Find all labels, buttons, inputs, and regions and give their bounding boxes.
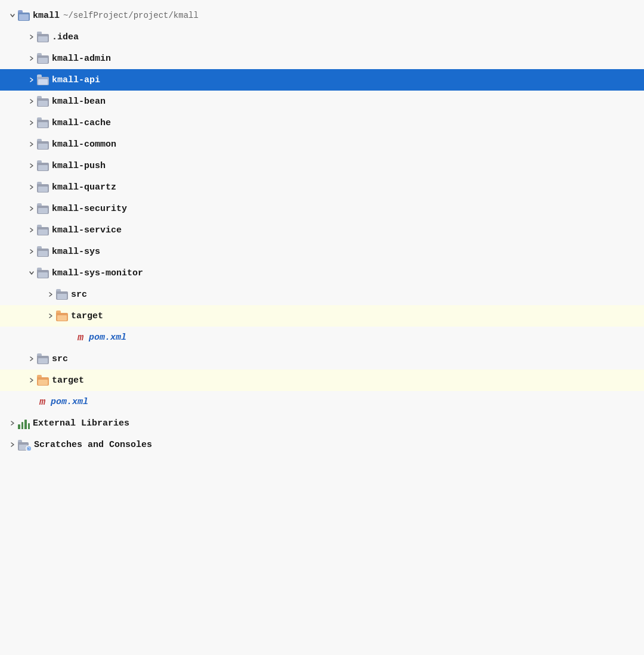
folder-icon: [37, 225, 49, 235]
folder-orange-icon: [37, 375, 49, 386]
chevron-right-icon: [26, 225, 37, 235]
folder-icon: [37, 203, 49, 214]
chevron-right-icon: [45, 311, 56, 321]
chevron-down-icon: [26, 268, 37, 278]
tree-item-kmall-cache[interactable]: kmall-cache: [0, 112, 644, 134]
tree-item-idea[interactable]: .idea: [0, 26, 644, 48]
chevron-right-icon: [26, 74, 37, 85]
folder-icon: [56, 289, 68, 300]
item-label: pom.xml: [89, 333, 126, 343]
item-label: .idea: [52, 32, 79, 42]
folder-icon: [37, 246, 49, 257]
tree-item-kmall-admin[interactable]: kmall-admin: [0, 48, 644, 69]
folder-icon: [37, 32, 49, 42]
tree-item-kmall-api[interactable]: kmall-api: [0, 69, 644, 91]
root-path: ~/selfProject/project/kmall: [63, 11, 199, 20]
tree-item-kmall-push[interactable]: kmall-push: [0, 155, 644, 176]
chevron-right-icon: [26, 353, 37, 364]
folder-icon: [37, 353, 49, 364]
item-label: kmall-common: [52, 139, 116, 150]
item-label: kmall-push: [52, 161, 106, 171]
tree-item-kmall-security[interactable]: kmall-security: [0, 198, 644, 219]
chevron-right-icon: [45, 289, 56, 300]
chevron-right-icon: [26, 53, 37, 64]
project-tree: kmall ~/selfProject/project/kmall .idea: [0, 0, 644, 655]
chevron-right-icon: [26, 96, 37, 107]
tree-item-kmall-common[interactable]: kmall-common: [0, 134, 644, 155]
chevron-right-icon: [26, 246, 37, 257]
chevron-right-icon: [26, 32, 37, 42]
tree-item-pom-inner[interactable]: m pom.xml: [0, 327, 644, 348]
scratches-folder-icon: [18, 439, 31, 451]
tree-item-target-outer[interactable]: target: [0, 370, 644, 391]
chevron-right-icon: [26, 117, 37, 128]
folder-icon: [37, 53, 49, 64]
item-label: target: [52, 375, 84, 386]
item-label: Scratches and Consoles: [34, 440, 152, 450]
item-label: External Libraries: [33, 418, 129, 429]
chevron-right-icon: [7, 439, 18, 450]
item-label: kmall-security: [52, 204, 127, 214]
tree-item-pom-outer[interactable]: m pom.xml: [0, 391, 644, 412]
tree-item-src-outer[interactable]: src: [0, 348, 644, 370]
tree-item-src-inner[interactable]: src: [0, 284, 644, 305]
tree-item-kmall-sys[interactable]: kmall-sys: [0, 241, 644, 262]
maven-icon: m: [75, 332, 86, 343]
folder-icon: [37, 182, 49, 193]
folder-icon: [37, 160, 49, 171]
item-label: kmall-bean: [52, 97, 106, 107]
item-label: kmall-sys: [52, 247, 100, 257]
item-label: kmall-service: [52, 225, 122, 235]
chevron-right-icon: [7, 418, 18, 429]
folder-icon: [37, 139, 49, 150]
item-label: kmall-cache: [52, 118, 111, 128]
item-label: kmall-quartz: [52, 182, 116, 193]
folder-icon: [37, 117, 49, 128]
folder-icon: [37, 96, 49, 107]
tree-item-kmall-quartz[interactable]: kmall-quartz: [0, 176, 644, 198]
chevron-right-icon: [26, 139, 37, 150]
tree-item-kmall-bean[interactable]: kmall-bean: [0, 91, 644, 112]
folder-icon: [37, 268, 49, 278]
tree-item-scratches[interactable]: Scratches and Consoles: [0, 434, 644, 455]
item-label: pom.xml: [51, 397, 88, 407]
chevron-right-icon: [26, 375, 37, 386]
chevron-right-icon: [26, 182, 37, 193]
chevron-right-icon: [26, 160, 37, 171]
tree-item-kmall-sys-monitor[interactable]: kmall-sys-monitor: [0, 262, 644, 284]
item-label: target: [71, 311, 103, 321]
tree-item-target-inner[interactable]: target: [0, 305, 644, 327]
external-libraries-icon: [18, 417, 30, 429]
root-label: kmall: [33, 11, 60, 21]
chevron-right-icon: [26, 203, 37, 214]
item-label: kmall-api: [52, 75, 100, 85]
root-folder-icon: [18, 10, 30, 21]
tree-item-external-libraries[interactable]: External Libraries: [0, 412, 644, 434]
item-label: src: [71, 290, 87, 300]
folder-icon: [37, 74, 49, 85]
item-label: src: [52, 354, 68, 364]
tree-item-kmall-service[interactable]: kmall-service: [0, 219, 644, 241]
folder-orange-icon: [56, 311, 68, 321]
maven-icon: m: [37, 396, 48, 407]
chevron-down-icon: [7, 10, 18, 21]
item-label: kmall-admin: [52, 54, 111, 64]
tree-root[interactable]: kmall ~/selfProject/project/kmall: [0, 5, 644, 26]
item-label: kmall-sys-monitor: [52, 268, 143, 278]
